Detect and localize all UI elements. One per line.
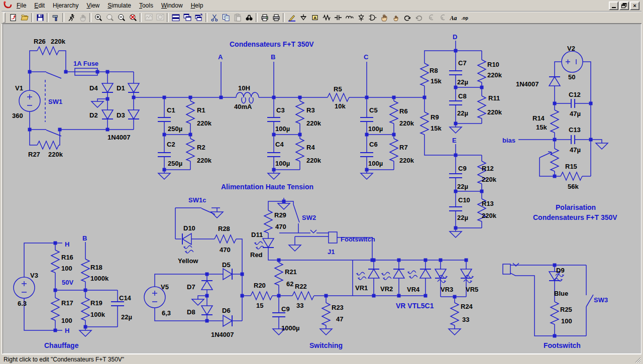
new-schematic-icon[interactable] (7, 12, 19, 23)
schematic-labels[interactable]: Condensateurs F+T 350VABCDE1A FuseSW1Ali… (12, 33, 617, 349)
menu-help[interactable]: Help (187, 1, 207, 10)
net-label[interactable]: Condensateurs F+T 350V (533, 213, 617, 221)
component-label[interactable]: 1N4007 (211, 331, 234, 338)
component-label[interactable]: 360 (12, 112, 23, 119)
component-label[interactable]: VR2 (380, 285, 393, 293)
menu-view[interactable]: View (82, 1, 103, 10)
component-label[interactable]: C5 (369, 106, 378, 114)
component-label[interactable]: 100µ (275, 160, 290, 167)
component-label[interactable]: R17 (61, 299, 73, 307)
draw-wire-icon[interactable] (286, 12, 297, 23)
net-label[interactable]: SW3 (594, 296, 608, 304)
component-label[interactable]: 1N4007 (516, 80, 539, 88)
component-label[interactable]: C1 (167, 106, 175, 114)
net-label[interactable]: C (364, 53, 369, 61)
pan-hand-icon[interactable] (378, 12, 390, 23)
component-label[interactable]: R28 (218, 225, 230, 232)
component-label[interactable]: 1N4007 (108, 134, 131, 141)
net-label[interactable]: Polarisation (556, 203, 596, 211)
component-label[interactable]: V5 (161, 283, 169, 291)
component-label[interactable]: 15k (431, 125, 442, 132)
component-label[interactable]: D5 (222, 261, 231, 269)
restore-icon[interactable] (619, 2, 629, 10)
menu-file[interactable]: File (13, 1, 30, 10)
component-label[interactable]: C2 (167, 141, 175, 148)
zoom-out-icon[interactable] (116, 12, 127, 23)
component-label[interactable]: 220k (487, 108, 502, 116)
print-preview-icon[interactable] (259, 12, 270, 23)
component-label[interactable]: VR1 (355, 284, 368, 292)
place-resistor-icon[interactable] (320, 12, 332, 23)
component-label[interactable]: 470 (220, 246, 231, 254)
zoom-cancel-icon[interactable] (127, 12, 139, 23)
save-icon[interactable] (34, 12, 46, 23)
component-label[interactable]: 56k (568, 183, 579, 190)
component-label[interactable]: C12 (569, 91, 581, 98)
place-capacitor-icon[interactable] (332, 12, 344, 23)
component-label[interactable]: 22µ (457, 214, 468, 221)
net-label[interactable]: Chauffage (44, 341, 79, 349)
component-label[interactable]: R24 (461, 303, 473, 310)
net-label[interactable]: bias (502, 137, 515, 144)
component-label[interactable]: 15 (256, 302, 263, 309)
component-label[interactable]: 220k (48, 151, 63, 158)
net-label[interactable]: Switching (309, 341, 343, 349)
undo-icon[interactable] (401, 12, 413, 23)
component-label[interactable]: V3 (30, 272, 38, 279)
toolbar-grip[interactable] (3, 13, 6, 23)
component-label[interactable]: R5 (334, 85, 342, 93)
component-label[interactable]: 100µ (368, 160, 383, 167)
component-label[interactable]: C9 (281, 305, 290, 313)
component-label[interactable]: C3 (276, 106, 285, 114)
net-label[interactable]: Condensateurs F+T 350V (230, 40, 314, 48)
cut-icon[interactable] (208, 12, 220, 23)
zoom-in-icon[interactable] (92, 12, 104, 23)
component-label[interactable]: D3 (117, 111, 125, 119)
component-label[interactable]: D1 (117, 84, 125, 92)
component-label[interactable]: D8 (187, 308, 195, 316)
net-label[interactable]: H (65, 327, 69, 334)
component-label[interactable]: C7 (458, 59, 467, 67)
net-label[interactable]: J1 (328, 248, 335, 256)
component-label[interactable]: 22µ (457, 183, 468, 190)
component-label[interactable]: 6.3 (18, 300, 27, 307)
component-label[interactable]: C14 (119, 294, 132, 302)
place-marker-icon[interactable]: A (309, 12, 320, 23)
net-label[interactable]: D (453, 33, 457, 41)
component-label[interactable]: VR4 (407, 286, 420, 293)
component-label[interactable]: 47 (336, 315, 343, 323)
net-label[interactable]: SW1c (188, 196, 206, 204)
net-label[interactable]: SW1 (48, 98, 62, 105)
component-label[interactable]: 220k (306, 157, 322, 164)
component-label[interactable]: Blue (554, 290, 568, 297)
component-label[interactable]: R19 (90, 299, 102, 307)
net-label[interactable]: SW2 (302, 214, 316, 221)
component-label[interactable]: C10 (458, 196, 470, 204)
component-label[interactable]: 22µ (457, 78, 468, 86)
component-label[interactable]: R25 (560, 306, 572, 313)
component-label[interactable]: Yellow (178, 257, 198, 265)
build-icon[interactable] (50, 12, 61, 23)
component-label[interactable]: Red (250, 251, 263, 259)
menu-hierarchy[interactable]: Hierarchy (49, 1, 82, 10)
component-label[interactable]: VR5 (466, 286, 478, 293)
font-icon[interactable]: Aa (448, 12, 459, 23)
menu-simulate[interactable]: Simulate (103, 1, 135, 10)
component-label[interactable]: 100µ (368, 125, 383, 133)
net-label[interactable]: B (82, 234, 87, 242)
menu-edit[interactable]: Edit (30, 1, 49, 10)
component-label[interactable]: 50 (568, 73, 575, 81)
component-label[interactable]: 250µ (168, 125, 182, 133)
component-label[interactable]: R15 (565, 163, 577, 170)
select-hand-icon[interactable] (390, 12, 401, 23)
window-arrange-icon[interactable] (193, 12, 204, 23)
window-cascade-icon[interactable] (181, 12, 193, 23)
component-label[interactable]: V1 (15, 84, 23, 92)
component-label[interactable]: 220k (197, 119, 212, 127)
component-label[interactable]: VR3 (441, 286, 453, 293)
net-label[interactable]: 50V (62, 279, 73, 286)
component-label[interactable]: R16 (61, 254, 73, 261)
component-label[interactable]: R1 (197, 106, 205, 114)
component-label[interactable]: D10 (183, 224, 195, 232)
print-icon[interactable] (270, 12, 282, 23)
